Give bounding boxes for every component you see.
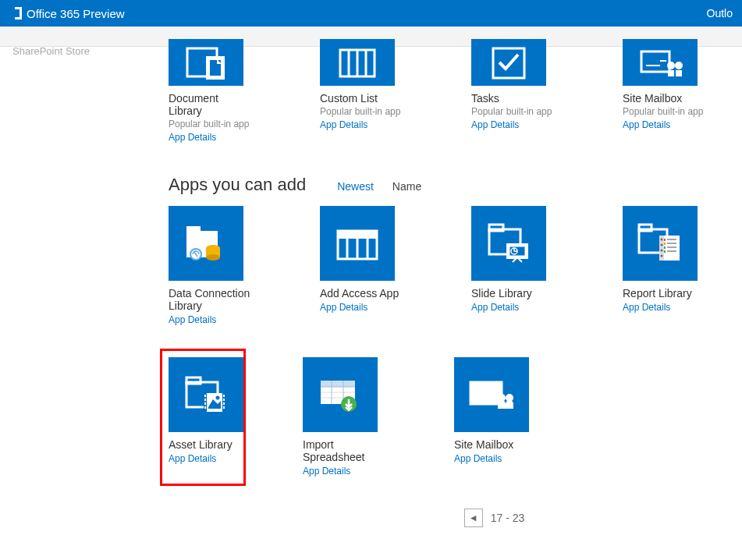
svg-rect-75 <box>470 382 502 404</box>
app-tile-tasks[interactable]: Tasks Popular built-in app App Details <box>471 39 557 144</box>
sort-name-link[interactable]: Name <box>392 180 421 193</box>
app-details-link[interactable]: App Details <box>471 119 519 130</box>
apps-row-1: Data Connection Library App Details Add … <box>169 206 726 326</box>
svg-point-49 <box>661 239 663 241</box>
top-header: Office 365 Preview Outlo <box>0 0 742 27</box>
svg-rect-2 <box>209 59 222 76</box>
tile-title: Slide Library <box>471 287 557 299</box>
tile-title: Site Mailbox <box>623 92 708 105</box>
app-details-link[interactable]: App Details <box>169 132 216 143</box>
site-mailbox-icon <box>454 357 529 432</box>
svg-rect-61 <box>204 406 206 409</box>
section-title: Apps you can add <box>169 175 306 195</box>
apps-section-header: Apps you can add Newest Name <box>169 175 726 195</box>
apps-row-2: Asset Library App Details Import Spreads… <box>169 357 726 477</box>
tile-subtitle: Popular built-in app <box>471 106 557 117</box>
add-access-app-icon <box>320 206 395 281</box>
tile-title: Data Connection Library <box>169 287 254 312</box>
custom-list-icon <box>320 39 395 86</box>
svg-rect-59 <box>204 399 206 401</box>
app-tile-asset-library[interactable]: Asset Library App Details <box>160 349 246 486</box>
header-nav-link[interactable]: Outlo <box>707 7 733 19</box>
app-tile-import-spreadsheet[interactable]: Import Spreadsheet App Details <box>303 357 389 477</box>
tasks-icon <box>471 39 546 86</box>
svg-rect-58 <box>204 395 206 397</box>
report-library-icon <box>623 206 698 281</box>
app-details-link[interactable]: App Details <box>169 453 216 464</box>
svg-rect-63 <box>223 399 225 401</box>
svg-rect-29 <box>489 225 503 231</box>
svg-rect-14 <box>668 70 674 76</box>
app-details-link[interactable]: App Details <box>623 119 670 130</box>
import-spreadsheet-icon <box>303 357 378 432</box>
app-details-link[interactable]: App Details <box>454 453 502 464</box>
app-tile-report-library[interactable]: Report Library App Details <box>623 206 708 326</box>
sort-newest-link[interactable]: Newest <box>337 180 374 193</box>
popular-apps-row: Document Library Popular built-in app Ap… <box>169 39 726 144</box>
svg-rect-68 <box>321 381 355 387</box>
app-details-link[interactable]: App Details <box>303 466 350 477</box>
svg-rect-62 <box>223 395 225 397</box>
tile-subtitle: Popular built-in app <box>623 106 708 117</box>
tile-title: Asset Library <box>169 438 237 451</box>
app-details-link[interactable]: App Details <box>320 119 367 130</box>
tile-title: Custom List <box>320 92 406 105</box>
sidebar-item-store[interactable]: SharePoint Store <box>12 45 128 57</box>
svg-rect-64 <box>223 402 225 405</box>
svg-point-66 <box>216 396 220 400</box>
prev-page-button[interactable]: ◄ <box>464 509 483 527</box>
tile-title: Report Library <box>623 287 708 299</box>
app-details-link[interactable]: App Details <box>623 302 670 313</box>
svg-point-13 <box>675 62 683 69</box>
svg-point-12 <box>667 62 675 69</box>
document-library-icon <box>169 39 243 86</box>
app-tile-site-mailbox[interactable]: Site Mailbox Popular built-in app App De… <box>623 39 708 144</box>
tile-title: Add Access App <box>320 287 406 299</box>
tile-title: Import Spreadsheet <box>303 438 389 463</box>
app-tile-slide-library[interactable]: Slide Library App Details <box>471 206 557 326</box>
app-details-link[interactable]: App Details <box>320 302 367 313</box>
svg-rect-65 <box>223 406 225 409</box>
site-mailbox-icon <box>623 39 698 86</box>
pagination: ◄ 17 - 23 <box>169 509 726 527</box>
app-details-link[interactable]: App Details <box>471 302 519 313</box>
app-tile-data-connection-library[interactable]: Data Connection Library App Details <box>169 206 254 326</box>
left-sidebar: SharePoint Store <box>0 47 140 558</box>
svg-point-50 <box>661 244 663 246</box>
svg-rect-54 <box>186 377 201 384</box>
svg-rect-37 <box>639 225 651 231</box>
main-content: Document Library Popular built-in app Ap… <box>140 47 742 558</box>
app-tile-add-access-app[interactable]: Add Access App App Details <box>320 206 406 326</box>
tile-title: Tasks <box>471 92 557 105</box>
app-tile-custom-list[interactable]: Custom List Popular built-in app App Det… <box>320 39 406 144</box>
svg-point-51 <box>661 250 663 252</box>
svg-point-21 <box>206 254 220 261</box>
tile-title: Document Library <box>169 92 254 117</box>
app-tile-site-mailbox-2[interactable]: Site Mailbox App Details <box>454 357 540 477</box>
tile-subtitle: Popular built-in app <box>320 106 406 117</box>
app-details-link[interactable]: App Details <box>169 314 216 325</box>
svg-rect-15 <box>676 70 682 76</box>
app-tile-document-library[interactable]: Document Library Popular built-in app Ap… <box>169 39 254 144</box>
tile-title: Site Mailbox <box>454 438 540 451</box>
svg-rect-60 <box>204 402 206 405</box>
slide-library-icon <box>471 206 546 281</box>
asset-library-icon <box>169 357 243 432</box>
brand-title: Office 365 Preview <box>27 7 125 20</box>
office-logo-icon <box>9 7 22 19</box>
svg-rect-24 <box>338 231 377 239</box>
header-brand: Office 365 Preview <box>9 7 125 20</box>
svg-point-52 <box>661 255 663 257</box>
data-connection-library-icon <box>169 206 243 281</box>
tile-subtitle: Popular built-in app <box>169 119 254 129</box>
sort-links: Newest Name <box>337 180 421 193</box>
page-range-label: 17 - 23 <box>491 512 525 524</box>
svg-rect-17 <box>186 226 201 232</box>
